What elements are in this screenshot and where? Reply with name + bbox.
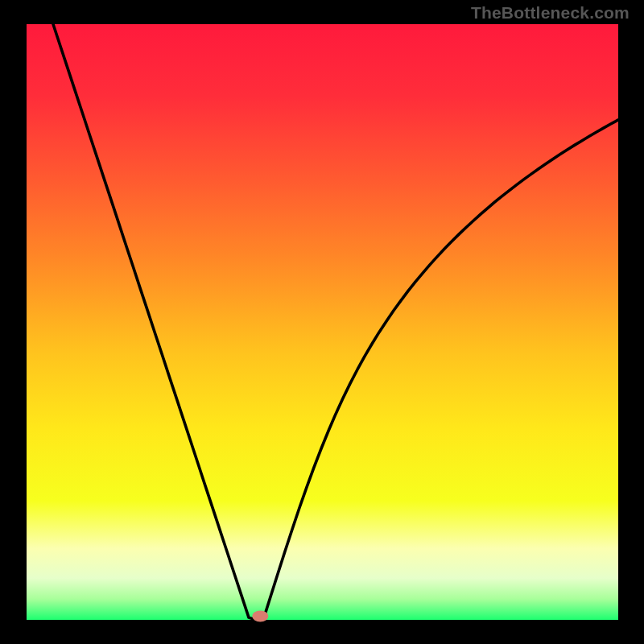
chart-frame: TheBottleneck.com xyxy=(0,0,644,644)
chart-svg xyxy=(0,0,644,644)
plot-area xyxy=(27,24,618,620)
optimal-point-marker xyxy=(252,611,268,622)
watermark-text: TheBottleneck.com xyxy=(471,3,630,23)
